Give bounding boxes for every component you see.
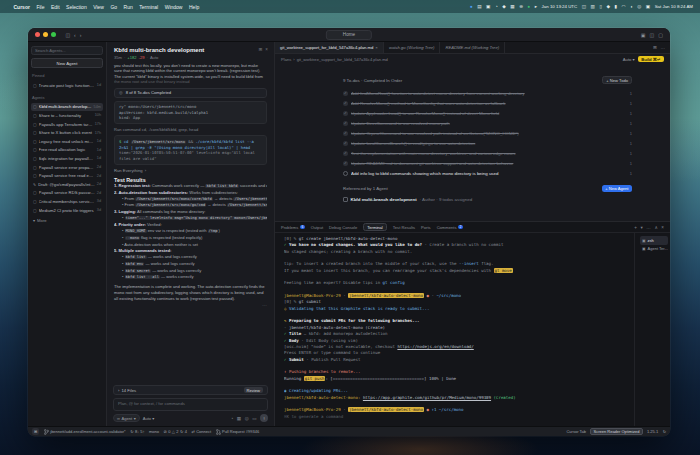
todo-row[interactable]: Add info log to kbfd commands showing wh…	[343, 168, 632, 178]
todo-checked-icon[interactable]: ✓	[343, 111, 348, 116]
more-agents[interactable]: ▾ More	[31, 217, 103, 224]
back-icon[interactable]: ‹	[74, 32, 76, 38]
more-icon[interactable]: …	[646, 225, 651, 230]
pull-request-item[interactable]: Pull Request #99346	[216, 429, 260, 435]
panel-tab-problems[interactable]: Problems6	[281, 225, 305, 230]
stats-icon[interactable]: ▣	[486, 4, 490, 9]
menu-help[interactable]: Help	[189, 4, 199, 10]
bluetooth-icon[interactable]: ◆	[606, 4, 610, 9]
remote-indicator[interactable]: ⊞	[32, 428, 39, 435]
ran-command-label[interactable]: Ran command cd, ./core/kbfd/kbfd, grep, …	[114, 127, 267, 132]
sidebar-item[interactable]: ▢Paywall service error propagation2d	[31, 163, 103, 172]
breadcrumb-root[interactable]: Plans	[281, 57, 291, 62]
close-tab-icon[interactable]: ×	[375, 45, 378, 50]
todo-unchecked-icon[interactable]	[343, 171, 348, 176]
sync-item[interactable]: ↻8↓ 5↑	[130, 429, 144, 434]
menu-run[interactable]: Run	[124, 4, 133, 10]
menu-edit[interactable]: Edit	[51, 4, 60, 10]
toggle-panel-icon[interactable]: ▣	[641, 32, 646, 38]
git-branch-item[interactable]: jbennett/add-enrollment-account-validato…	[44, 429, 126, 435]
panel-tab-comments[interactable]: Comments2	[437, 225, 463, 230]
breadcrumb-file[interactable]: git_worktree_support_for_kbfd_547a36c4.p…	[297, 57, 388, 62]
assistant-icon[interactable]: ●	[470, 4, 473, 9]
chat-input[interactable]: Plan, @ for context, / for commands	[113, 398, 268, 411]
open-in-editor-icon[interactable]: ⊞	[258, 47, 262, 52]
battery-icon[interactable]: ▮	[614, 4, 617, 9]
close-panel-icon[interactable]: ×	[661, 225, 664, 230]
maximize-panel-icon[interactable]: ∧	[654, 225, 657, 230]
sidebar-item[interactable]: ▢Kbfd multi-branch developme...54m	[31, 103, 103, 112]
clock-icon[interactable]: ◔	[495, 4, 498, 9]
todo-checked-icon[interactable]: ✓	[343, 91, 348, 96]
menu-clock-utc[interactable]: Jan 10 13:24 UTC	[542, 4, 578, 9]
terminal-link[interactable]: https://nodejs.org/en/download/	[397, 344, 473, 349]
auto-dropdown[interactable]: Auto ▾	[623, 57, 635, 62]
review-button[interactable]: Review	[244, 387, 263, 393]
problems-item[interactable]: ⊘0 △2 ↻4	[163, 429, 186, 434]
sidebar-item[interactable]: ▢Paywall service RDS password ...2d	[31, 189, 103, 198]
sidebar-item[interactable]: ▢Paywall service free read exten...2d	[31, 171, 103, 180]
terminal-session[interactable]: ▣Agent Ter...	[640, 245, 668, 254]
panel-tab-ports[interactable]: Ports	[421, 225, 431, 230]
keyboard-icon[interactable]: ▤	[477, 4, 481, 9]
new-todo-button[interactable]: + New Todo	[602, 76, 632, 84]
todo-checked-icon[interactable]: ✓	[343, 161, 348, 166]
todo-checked-icon[interactable]: ✓	[343, 151, 348, 156]
more-actions-icon[interactable]: …	[660, 45, 665, 50]
image-icon[interactable]: ▦	[237, 416, 241, 421]
todo-row[interactable]: ✓Add ResolveMono() method to MonoConfig …	[343, 98, 632, 108]
vpn-lock-icon[interactable]: ●	[527, 4, 530, 9]
sidebar-item[interactable]: ▢Paywalls app Terraform targets17h	[31, 120, 103, 129]
todo-row[interactable]: ✓Test the implementation with main mono …	[343, 148, 632, 158]
zoom-window-button[interactable]	[51, 32, 56, 37]
history-icon[interactable]: ◔	[231, 416, 234, 421]
message-actions-icon[interactable]: …	[114, 301, 267, 307]
new-agent-from-plan-button[interactable]: + New Agent	[602, 185, 632, 192]
panel-tab-terminal[interactable]: Terminal	[363, 223, 386, 231]
split-icon[interactable]: ⊞	[653, 45, 657, 50]
sidebar-item[interactable]: ▢Free read allocation logic1d	[31, 146, 103, 155]
menu-terminal[interactable]: Terminal	[139, 4, 158, 10]
play-icon[interactable]: ▸	[535, 4, 537, 9]
sidebar-item[interactable]: ▢Truncate post logic functionality1d	[31, 81, 103, 90]
todo-checked-icon[interactable]: ✓	[343, 141, 348, 146]
terminal-output[interactable]: [0] % gt create jbennett/kbfd-auto-detec…	[275, 233, 634, 426]
close-window-button[interactable]	[35, 32, 40, 37]
window-tile-icon[interactable]: ▥	[591, 4, 595, 9]
sidebar-item[interactable]: ▢Medium2 CI proto file triggers3d	[31, 206, 103, 215]
model-select[interactable]: Auto ▾	[143, 416, 155, 421]
close-agent-icon[interactable]: ×	[265, 47, 268, 52]
sidebar-toggle-icon[interactable]: ◫	[65, 32, 70, 38]
split-editor-icon[interactable]: ◫	[650, 32, 655, 38]
todo-checked-icon[interactable]: ✓	[343, 131, 348, 136]
search-icon[interactable]: ◎	[637, 4, 641, 9]
volume-icon[interactable]: ◖	[630, 4, 633, 9]
project-item[interactable]: mono	[149, 429, 159, 434]
agent-scroll[interactable]: you should test this locally. you don't …	[107, 61, 274, 384]
panel-tab-output[interactable]: Output	[311, 225, 323, 230]
new-terminal-icon[interactable]: +	[634, 225, 637, 230]
todo-row[interactable]: ✓Update localCurrentBranch() in cmd/git.…	[343, 138, 632, 148]
terminal-dropdown-icon[interactable]: ▾	[641, 225, 643, 230]
terminal-link[interactable]: https://app.graphite.com/github/pr/Mediu…	[363, 395, 491, 400]
connect-item[interactable]: ⇄Connect	[191, 429, 211, 434]
sidebar-item[interactable]: ▢Share to – functionality10h	[31, 111, 103, 120]
sidebar-item[interactable]: ▢Legacy free read unlock migrati...1d	[31, 137, 103, 146]
camera-icon[interactable]: ◫	[582, 4, 586, 9]
text-input-icon[interactable]: ▯	[599, 4, 602, 9]
referenced-agent-row[interactable]: Kbfd multi-branch development · Author ·…	[343, 197, 632, 202]
expand-icon[interactable]: ▭	[252, 416, 256, 421]
do-not-disturb-icon[interactable]: ⊖	[519, 4, 523, 9]
editor-tab[interactable]: README.md (Working Tree)	[440, 42, 505, 53]
todo-row[interactable]: ✓Update DevsCommand to use resolved mono…	[343, 118, 632, 128]
send-button[interactable]: ↑	[260, 414, 268, 422]
menu-selection[interactable]: Selection	[66, 4, 87, 10]
files-bar[interactable]: › 14 Files Review	[113, 385, 268, 395]
todo-row[interactable]: ✓Update README.md to document git worktr…	[343, 158, 632, 168]
todos-summary-row[interactable]: ◎ 8 of 8 To-dos Completed	[114, 88, 267, 98]
menu-cursor[interactable]: Cursor	[14, 4, 30, 10]
build-button[interactable]: Build ⌘↵	[638, 56, 664, 62]
menu-window[interactable]: Window	[165, 4, 183, 10]
minimize-window-button[interactable]	[43, 32, 48, 37]
control-center-icon[interactable]: ▣	[646, 4, 650, 9]
